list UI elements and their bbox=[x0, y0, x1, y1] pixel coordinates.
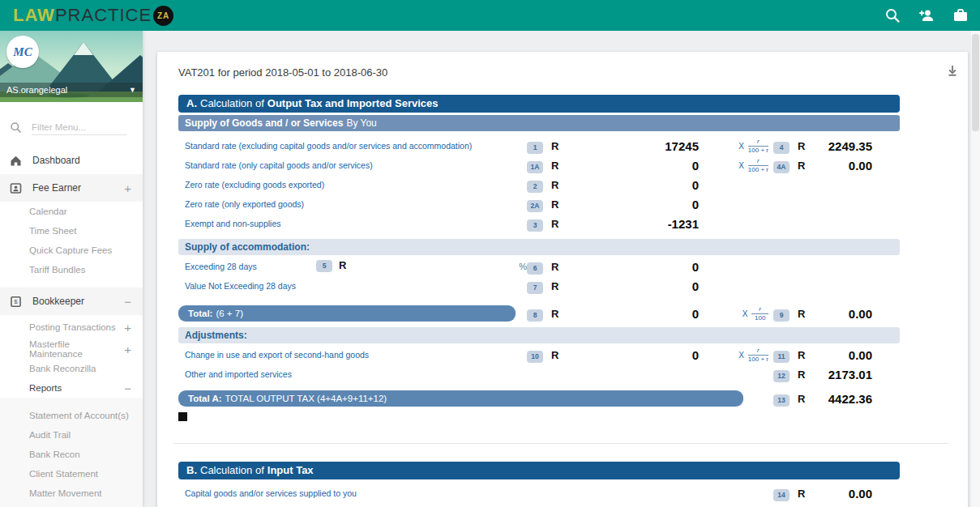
collapse-icon[interactable]: − bbox=[124, 295, 131, 309]
tax-fraction-formula: X r100 + r bbox=[699, 138, 773, 154]
field-number-badge: 7 bbox=[527, 282, 543, 294]
field-number-badge: 2A bbox=[527, 200, 543, 212]
field-number-badge: 1 bbox=[527, 142, 543, 154]
field-value: 0.00 bbox=[815, 487, 872, 501]
field-value: 0 bbox=[569, 178, 699, 192]
sidebar: MC AS.orangelegal ▼ Dashboard Fee Earner bbox=[0, 31, 143, 507]
sidebar-hero-image: MC AS.orangelegal ▼ bbox=[0, 31, 143, 102]
sidebar-item-statement-of-accounts[interactable]: Statement of Account(s) bbox=[0, 406, 143, 425]
field-number-badge: 6 bbox=[527, 262, 543, 275]
download-icon[interactable] bbox=[945, 63, 960, 78]
currency-symbol: R bbox=[794, 369, 815, 381]
field-number-badge: 10 bbox=[527, 351, 543, 363]
form-row-capital-goods-supplied: Capital goods and/or services supplied t… bbox=[178, 484, 900, 503]
collapse-icon[interactable]: − bbox=[124, 381, 131, 395]
row-label: Capital goods imported by you bbox=[178, 503, 527, 507]
sidebar-item-masterfile-maintenance[interactable]: Masterfile Maintenance + bbox=[0, 339, 143, 359]
tax-fraction-formula: X r100 + r bbox=[699, 158, 773, 173]
sidebar-menu: Dashboard Fee Earner + Calendar Time She… bbox=[0, 147, 143, 507]
home-icon bbox=[10, 155, 22, 167]
total-bar: Total:(6 + 7) bbox=[178, 305, 516, 322]
sidebar-item-bank-reconzilla[interactable]: Bank Reconzilla bbox=[0, 359, 143, 378]
sidebar-item-tariff-bundles[interactable]: Tariff Bundles bbox=[0, 260, 143, 279]
sidebar-item-client-statement[interactable]: Client Statement bbox=[0, 464, 143, 484]
supply-goods-subheader: Supply of Goods and / or ServicesBy You bbox=[178, 115, 900, 131]
logo-law: LAW bbox=[13, 5, 55, 26]
sidebar-item-quick-capture-fees[interactable]: Quick Capture Fees bbox=[0, 241, 143, 260]
field-value: 0 bbox=[569, 198, 699, 211]
sidebar-item-reports[interactable]: Reports − bbox=[0, 378, 143, 398]
row-label: Value Not Exceeding 28 days bbox=[178, 276, 527, 296]
field-value: 0.00 bbox=[815, 307, 872, 321]
field-number-badge: 5 bbox=[316, 260, 332, 272]
field-number-badge: 11 bbox=[773, 351, 790, 363]
currency-symbol: R bbox=[548, 179, 569, 191]
field-number-badge: 1A bbox=[527, 161, 543, 173]
form-row-other-imported-services: Other and imported services 12 R 2173.01 bbox=[178, 364, 900, 384]
mountain-snowcap bbox=[74, 42, 93, 55]
vat201-report-card: VAT201 for period 2018-05-01 to 2018-06-… bbox=[157, 52, 968, 507]
logo-za-badge: ZA bbox=[153, 6, 173, 26]
page-title: VAT201 for period 2018-05-01 to 2018-06-… bbox=[178, 66, 947, 79]
field-value: 2249.35 bbox=[815, 139, 872, 153]
field-number-badge: 8 bbox=[527, 309, 543, 322]
row-label: Capital goods and/or services supplied t… bbox=[178, 484, 527, 503]
adjustments-header: Adjustments: bbox=[178, 327, 900, 343]
field-value: 2173.01 bbox=[815, 368, 872, 381]
sidebar-item-time-sheet[interactable]: Time Sheet bbox=[0, 221, 143, 241]
field-number-badge: 4A bbox=[773, 161, 790, 173]
filter-menu-input[interactable] bbox=[32, 120, 127, 135]
row-label: Standard rate (only capital goods and/or… bbox=[178, 156, 527, 175]
form-row-standard-rate: Standard rate (excluding capital goods a… bbox=[178, 136, 900, 156]
sidebar-item-matter-movement[interactable]: Matter Movement bbox=[0, 484, 143, 503]
field-value: 0 bbox=[569, 260, 699, 274]
form-row-capital-goods-imported: Capital goods imported by you 14A R 0.00 bbox=[178, 503, 900, 507]
tax-fraction-formula: X r100 + r bbox=[699, 347, 773, 363]
search-icon[interactable] bbox=[884, 7, 901, 23]
sidebar-item-audit-trail[interactable]: Audit Trail bbox=[0, 425, 143, 445]
account-switcher[interactable]: AS.orangelegal ▼ bbox=[0, 83, 143, 97]
sidebar-item-posting-transactions[interactable]: Posting Transactions + bbox=[0, 315, 143, 339]
expand-icon[interactable]: + bbox=[124, 181, 131, 195]
currency-symbol: R bbox=[794, 488, 815, 500]
fee-earner-badge-icon bbox=[10, 182, 22, 194]
reports-submenu: Statement of Account(s) Audit Trail Bank… bbox=[0, 398, 143, 507]
currency-symbol: R bbox=[548, 140, 569, 152]
scrollbar[interactable] bbox=[971, 31, 980, 507]
vat-form: A.Calculation ofOutput Tax and Imported … bbox=[178, 95, 900, 507]
sidebar-item-dashboard[interactable]: Dashboard bbox=[0, 147, 143, 174]
field-number-badge: 4 bbox=[773, 142, 790, 154]
expand-icon[interactable]: + bbox=[124, 321, 131, 334]
currency-symbol: R bbox=[548, 198, 569, 211]
sidebar-item-bank-recon[interactable]: Bank Recon bbox=[0, 445, 143, 464]
currency-symbol: R bbox=[794, 140, 815, 152]
scrollbar-thumb[interactable] bbox=[972, 34, 979, 131]
chevron-down-icon[interactable]: ▼ bbox=[129, 86, 136, 94]
add-user-icon[interactable] bbox=[918, 7, 935, 23]
field-value: 17245 bbox=[569, 139, 699, 153]
total-a-bar: Total A:TOTAL OUTPUT TAX (4+4A+9+11+12) bbox=[178, 390, 743, 407]
row-label: Change in use and export of second-hand … bbox=[178, 345, 527, 364]
form-row-zero-rate-exported: Zero rate (only exported goods) 2A R 0 bbox=[178, 194, 900, 214]
currency-symbol: R bbox=[548, 261, 569, 273]
field-value: 0 bbox=[569, 348, 699, 362]
currency-symbol: R bbox=[548, 280, 569, 292]
sidebar-item-fee-earner[interactable]: Fee Earner + bbox=[0, 174, 143, 202]
form-row-exempt: Exempt and non-supplies 3 R -1231 bbox=[178, 214, 900, 233]
form-row-zero-rate: Zero rate (excluding goods exported) 2 R… bbox=[178, 175, 900, 194]
field-number-badge: 13 bbox=[773, 394, 790, 407]
sidebar-item-calendar[interactable]: Calendar bbox=[0, 202, 143, 221]
currency-symbol: R bbox=[794, 349, 815, 361]
briefcase-icon[interactable] bbox=[952, 7, 969, 23]
field-value: 0 bbox=[569, 159, 699, 173]
currency-symbol: R bbox=[548, 160, 569, 172]
menu-filter bbox=[0, 102, 143, 135]
avatar[interactable]: MC bbox=[6, 36, 39, 68]
currency-symbol: R bbox=[794, 308, 815, 320]
expand-icon[interactable]: + bbox=[124, 343, 131, 356]
sidebar-item-bookkeeper[interactable]: $ Bookkeeper − bbox=[0, 288, 143, 315]
sidebar-item-account-enquiry[interactable]: Account Enquiry bbox=[0, 503, 143, 507]
row-label: Zero rate (excluding goods exported) bbox=[178, 175, 527, 194]
row-label: Exceeding 28 days 5 R % bbox=[178, 257, 527, 276]
section-b-header: B.Calculation ofInput Tax bbox=[178, 462, 900, 479]
